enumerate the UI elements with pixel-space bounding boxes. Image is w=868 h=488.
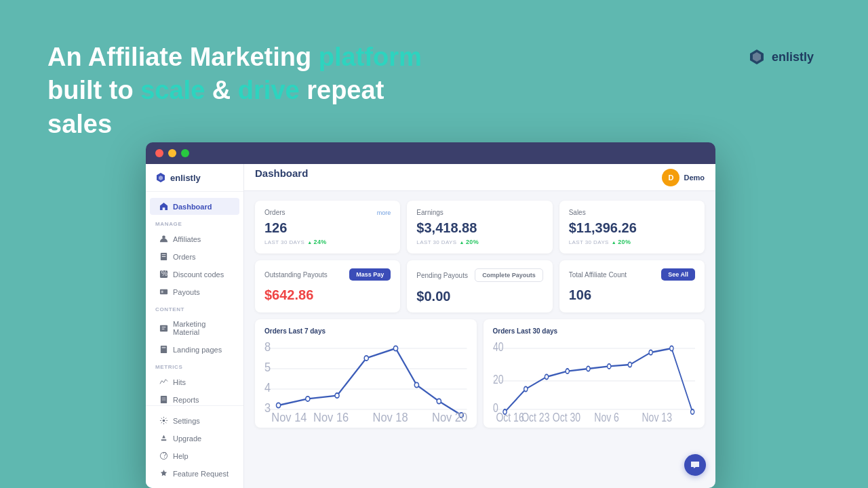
chart-30days-svg: 40 20 0 [493,340,696,422]
svg-text:Nov 20: Nov 20 [432,410,467,422]
chart-7days-title: Orders Last 7 days [264,327,467,335]
svg-rect-14 [162,398,166,399]
user-avatar: D [662,169,679,186]
sidebar-item-upgrade[interactable]: Upgrade [150,430,239,447]
svg-point-49 [586,366,589,371]
stat-orders-value: 126 [264,220,391,236]
sidebar-item-orders[interactable]: Orders [150,248,239,265]
svg-point-16 [163,420,165,422]
affiliates-icon [159,235,168,243]
feature-icon [159,469,168,478]
svg-text:3: 3 [264,400,271,414]
stat-card-earnings: Earnings $3,418.88 LAST 30 DAYS 20% [407,201,552,253]
svg-point-51 [628,362,631,367]
svg-text:40: 40 [493,340,504,354]
sidebar-item-payouts[interactable]: Payouts [150,283,239,300]
user-name: Demo [684,174,705,182]
hero-scale: scale [140,76,205,104]
svg-rect-7 [161,291,163,293]
see-all-button[interactable]: See All [661,268,695,281]
hits-icon [159,378,168,386]
sidebar-item-dashboard[interactable]: Dashboard [150,198,239,215]
window-maximize-dot[interactable] [181,149,189,157]
svg-text:Nov 14: Nov 14 [271,410,307,422]
upgrade-icon [159,434,168,443]
svg-text:5: 5 [264,359,271,373]
help-icon: ? [159,451,168,460]
hero-line1: An Affiliate Marketing platform [47,43,422,71]
hero-drive: drive [238,76,300,104]
browser-window: enlistly Dashboard MANAGE Affiliates Ord… [146,142,715,488]
browser-chrome [146,142,715,164]
stat-card-sales: Sales $11,396.26 LAST 30 DAYS 20% [559,201,705,253]
svg-point-27 [276,403,280,407]
sidebar-item-landing[interactable]: Landing pages [150,341,239,358]
window-close-dot[interactable] [155,149,163,157]
stat-sales-subtitle: LAST 30 DAYS 20% [569,239,695,245]
svg-text:20: 20 [493,371,504,386]
svg-point-53 [669,346,673,350]
svg-point-32 [414,382,418,387]
top-logo-icon [747,47,766,66]
sidebar-dashboard-label: Dashboard [173,203,212,211]
svg-rect-15 [162,400,166,401]
mass-pay-button[interactable]: Mass Pay [349,268,391,281]
stat-earnings-header: Earnings [416,209,542,216]
sidebar-item-hits[interactable]: Hits [150,373,239,390]
payout-affiliate-value: 106 [569,287,695,303]
stat-orders-subtitle: LAST 30 DAYS 24% [264,239,391,245]
sidebar-item-feature-request[interactable]: Feature Request [150,465,239,482]
hero-platform: platform [319,43,422,71]
sidebar-item-marketing[interactable]: Marketing Material [150,316,239,340]
hero-line2: built to scale & drive repeat sales [47,76,384,138]
svg-text:4: 4 [264,380,271,394]
svg-point-46 [524,386,527,391]
orders-icon [159,252,168,261]
sidebar-item-affiliates[interactable]: Affiliates [150,230,239,247]
sidebar-item-help[interactable]: ? Help [150,447,239,464]
sidebar-item-discount[interactable]: % Discount codes [150,266,239,283]
svg-point-29 [335,393,339,398]
top-logo: enlistly [747,47,814,66]
sidebar-header: enlistly [146,164,243,192]
chart-7days-area: 8 5 4 3 [264,340,467,422]
window-minimize-dot[interactable] [168,149,176,157]
chart-card-7days: Orders Last 7 days 8 5 [255,319,477,428]
svg-text:Nov 6: Nov 6 [594,410,619,422]
payout-card-affiliate-count: Total Affiliate Count See All 106 [559,260,705,312]
svg-text:8: 8 [264,340,271,354]
svg-point-30 [364,356,368,361]
sidebar-item-settings[interactable]: Settings [150,412,239,429]
payout-pending-value: $0.00 [416,289,542,304]
chart-card-30days: Orders Last 30 days 40 20 0 [484,319,705,428]
svg-point-54 [690,409,694,414]
header-user[interactable]: D Demo [662,169,705,186]
svg-point-48 [566,369,569,373]
sidebar-help-label: Help [173,452,189,460]
chart-7days-svg: 8 5 4 3 [264,340,467,422]
sidebar-reports-label: Reports [173,396,199,404]
sidebar-feature-label: Feature Request [173,470,229,478]
payout-pending-label: Pending Payouts [416,272,468,279]
stat-card-orders: Orders more 126 LAST 30 DAYS 24% [255,201,400,253]
svg-point-52 [649,350,652,354]
content-area: Orders more 126 LAST 30 DAYS 24% Earning… [244,191,715,488]
sidebar-section-content: CONTENT [146,301,243,315]
sidebar-affiliates-label: Affiliates [173,235,201,243]
svg-point-0 [162,235,165,239]
svg-text:Oct 16: Oct 16 [496,410,524,422]
sidebar-section-metrics: METRICS [146,359,243,373]
hero-section: An Affiliate Marketing platform built to… [47,41,454,141]
sidebar-landing-label: Landing pages [173,346,222,354]
chart-30days-area: 40 20 0 [493,340,696,422]
stat-orders-more[interactable]: more [377,209,391,216]
app-header: Dashboard D Demo [244,164,715,191]
complete-payouts-button[interactable]: Complete Payouts [475,268,543,282]
sidebar-orders-label: Orders [173,253,196,261]
sidebar-item-reports[interactable]: Reports [150,391,239,405]
sidebar-settings-label: Settings [173,417,200,425]
stat-sales-value: $11,396.26 [569,220,695,236]
landing-icon [159,345,168,354]
sidebar-upgrade-label: Upgrade [173,434,201,443]
chat-bubble-button[interactable] [684,454,706,476]
